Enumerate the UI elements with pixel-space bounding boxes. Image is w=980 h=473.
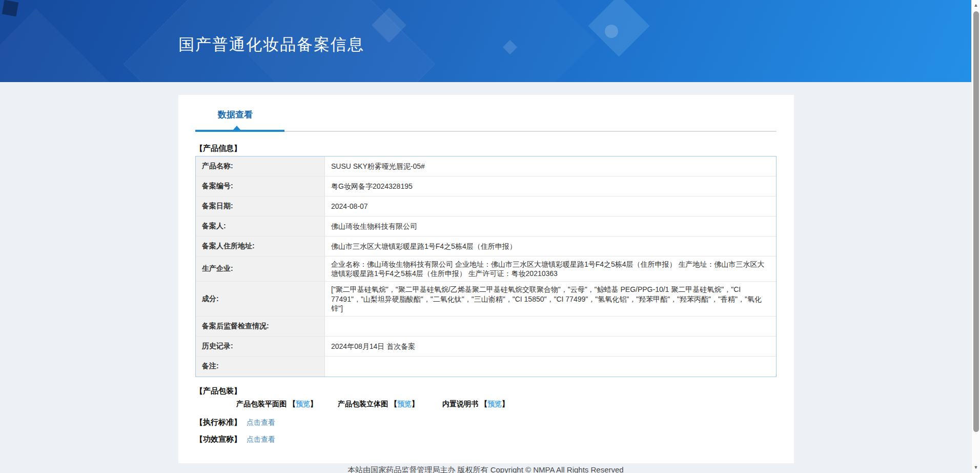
row-filer-address: 备案人住所地址: 佛山市三水区大塘镇彩暖星路1号F4之5栋4层（住所申报）	[196, 236, 776, 257]
row-history: 历史记录: 2024年08月14日 首次备案	[196, 337, 776, 357]
preview-link-manual[interactable]: 预览	[487, 400, 502, 408]
bracket: 【	[289, 400, 296, 408]
standards-label: 【执行标准】	[195, 418, 241, 426]
info-row-value: SUSU SKY粉雾哑光唇泥-05#	[325, 156, 776, 176]
row-supervision-check: 备案后监督检查情况:	[196, 317, 776, 337]
bracket: 【	[390, 400, 397, 408]
preview-link-3d-image[interactable]: 预览	[397, 400, 412, 408]
header-corner-decor	[2, 0, 18, 16]
bracket: 】	[502, 400, 509, 408]
info-row-label: 历史记录:	[196, 337, 325, 356]
section-title-packaging: 【产品包装】	[195, 386, 241, 396]
packaging-manual-item: 内置说明书 【预览】	[442, 400, 509, 409]
section-title-product-info: 【产品信息】	[195, 144, 241, 153]
efficacy-row: 【功效宣称】点击查看	[195, 435, 275, 445]
packaging-flat-image-item: 产品包装平面图 【预览】	[236, 400, 317, 409]
info-row-label: 成分:	[196, 282, 325, 316]
row-product-name: 产品名称: SUSU SKY粉雾哑光唇泥-05#	[196, 156, 776, 176]
page-footer: 本站由国家药品监督管理局主办 版权所有 Copyright © NMPA All…	[0, 463, 971, 473]
row-remarks: 备注:	[196, 357, 776, 377]
info-row-value: 企业名称：佛山琦妆生物科技有限公司 企业地址：佛山市三水区大塘镇彩暖星路1号F4…	[325, 257, 776, 281]
product-info-table: 产品名称: SUSU SKY粉雾哑光唇泥-05# 备案编号: 粤G妆网备字202…	[195, 156, 777, 377]
info-row-label: 备案人:	[196, 216, 325, 236]
page-header-banner: 国产普通化妆品备案信息	[0, 0, 980, 82]
info-row-value	[325, 317, 776, 336]
packaging-item-label: 内置说明书	[442, 400, 478, 408]
info-row-value: 粤G妆网备字2024328195	[325, 176, 776, 196]
info-row-label: 产品名称:	[196, 156, 325, 176]
packaging-links-row: 产品包装平面图 【预览】 产品包装立体图 【预览】 内置说明书 【预览】	[178, 400, 794, 411]
bracket: 】	[310, 400, 317, 408]
scroll-down-icon[interactable]: ▼	[972, 463, 980, 471]
info-row-value: 佛山市三水区大塘镇彩暖星路1号F4之5栋4层（住所申报）	[325, 236, 776, 256]
efficacy-label: 【功效宣称】	[195, 435, 241, 443]
info-row-label: 备案编号:	[196, 176, 325, 196]
info-row-label: 备案日期:	[196, 196, 325, 216]
footer-copyright-text: 本站由国家药品监督管理局主办 版权所有 Copyright © NMPA All…	[348, 465, 623, 473]
header-decor-diamond	[588, 0, 649, 57]
row-manufacturer: 生产企业: 企业名称：佛山琦妆生物科技有限公司 企业地址：佛山市三水区大塘镇彩暖…	[196, 257, 776, 282]
packaging-item-label: 产品包装平面图	[236, 400, 287, 408]
efficacy-view-link[interactable]: 点击查看	[247, 435, 275, 443]
scroll-up-icon[interactable]: ▲	[972, 1, 980, 9]
info-row-label: 备案后监督检查情况:	[196, 317, 325, 336]
bracket: 【	[480, 400, 487, 408]
bracket: 】	[412, 400, 419, 408]
tab-data-view[interactable]: 数据查看	[218, 109, 253, 121]
packaging-item-label: 产品包装立体图	[338, 400, 388, 408]
standards-row: 【执行标准】点击查看	[195, 418, 275, 428]
standards-view-link[interactable]: 点击查看	[247, 418, 275, 426]
info-row-value: 2024年08月14日 首次备案	[325, 337, 776, 356]
page-title: 国产普通化妆品备案信息	[178, 34, 364, 55]
info-row-label: 生产企业:	[196, 257, 325, 281]
info-row-label: 备注:	[196, 357, 325, 377]
active-tab-underline	[195, 130, 284, 132]
row-filer: 备案人: 佛山琦妆生物科技有限公司	[196, 216, 776, 236]
row-filing-number: 备案编号: 粤G妆网备字2024328195	[196, 176, 776, 196]
packaging-3d-image-item: 产品包装立体图 【预览】	[338, 400, 419, 409]
content-card: 数据查看 【产品信息】 产品名称: SUSU SKY粉雾哑光唇泥-05# 备案编…	[178, 95, 794, 463]
header-decor-circle	[605, 25, 618, 38]
row-filing-date: 备案日期: 2024-08-07	[196, 196, 776, 216]
active-tab-caret-icon	[233, 126, 240, 130]
info-row-value: 佛山琦妆生物科技有限公司	[325, 216, 776, 236]
info-row-value	[325, 357, 776, 377]
info-row-label: 备案人住所地址:	[196, 236, 325, 256]
scrollbar-thumb[interactable]	[973, 11, 979, 432]
row-ingredients: 成分: ["聚二甲基硅氧烷"，"聚二甲基硅氧烷/乙烯基聚二甲基硅氧烷交联聚合物"…	[196, 282, 776, 317]
info-row-value: 2024-08-07	[325, 196, 776, 216]
preview-link-flat-image[interactable]: 预览	[296, 400, 310, 408]
info-row-value: ["聚二甲基硅氧烷"，"聚二甲基硅氧烷/乙烯基聚二甲基硅氧烷交联聚合物"，"云母…	[325, 282, 776, 316]
vertical-scrollbar[interactable]: ▲ ▼	[971, 0, 980, 473]
